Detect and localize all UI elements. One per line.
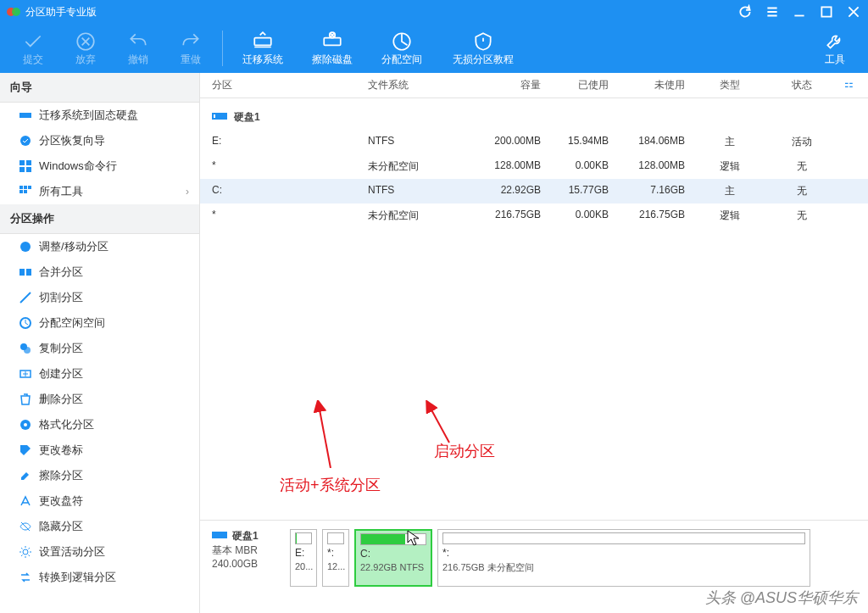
app-logo-icon bbox=[7, 5, 20, 19]
sidebar-item-letter[interactable]: 更改盘符 bbox=[0, 488, 199, 514]
partition-table-header: 分区 文件系统 容量 已使用 未使用 类型 状态 ⚏ bbox=[200, 73, 868, 98]
svg-line-33 bbox=[429, 405, 449, 443]
sidebar-item-all-tools[interactable]: 所有工具› bbox=[0, 179, 199, 204]
delete-icon bbox=[19, 393, 32, 406]
sidebar-item-split[interactable]: 切割分区 bbox=[0, 285, 199, 310]
svg-rect-17 bbox=[19, 190, 23, 193]
tutorial-button[interactable]: 无损分区教程 bbox=[437, 24, 530, 73]
recover-icon bbox=[19, 134, 32, 148]
format-icon bbox=[19, 418, 32, 432]
svg-rect-13 bbox=[26, 167, 31, 172]
split-icon bbox=[19, 291, 32, 304]
minimize-icon[interactable] bbox=[792, 4, 807, 20]
convert-icon bbox=[19, 571, 32, 584]
disk-map-partition[interactable]: *:12... bbox=[322, 529, 349, 587]
table-row[interactable]: C:NTFS22.92GB15.77GB7.16GB主无 bbox=[200, 179, 868, 203]
col-capacity: 容量 bbox=[463, 78, 548, 92]
disk-row[interactable]: 硬盘1 bbox=[200, 105, 868, 130]
sidebar-item-delete[interactable]: 删除分区 bbox=[0, 387, 199, 412]
sidebar-item-alloc-free[interactable]: 分配空闲空间 bbox=[0, 310, 199, 336]
disk-map-partition[interactable]: C:22.92GB NTFS bbox=[354, 529, 432, 587]
svg-point-27 bbox=[24, 423, 27, 426]
table-row[interactable]: E:NTFS200.00MB15.94MB184.06MB主活动 bbox=[200, 130, 868, 154]
allocate-space-button[interactable]: 分配空间 bbox=[367, 24, 437, 73]
grid-icon bbox=[19, 185, 32, 198]
svg-rect-11 bbox=[26, 160, 31, 165]
disk-icon bbox=[19, 109, 32, 122]
undo-button[interactable]: 撤销 bbox=[112, 24, 164, 73]
sidebar-item-copy[interactable]: 复制分区 bbox=[0, 336, 199, 361]
svg-rect-8 bbox=[19, 113, 31, 118]
svg-rect-5 bbox=[324, 37, 341, 45]
table-row[interactable]: *未分配空间128.00MB0.00KB128.00MB逻辑无 bbox=[200, 154, 868, 179]
col-filesystem: 文件系统 bbox=[361, 78, 463, 92]
letter-icon bbox=[19, 494, 32, 508]
sidebar-item-cmdline[interactable]: Windows命令行 bbox=[0, 153, 199, 179]
hide-icon bbox=[19, 520, 32, 533]
partition-table-body: 硬盘1 E:NTFS200.00MB15.94MB184.06MB主活动*未分配… bbox=[200, 98, 868, 520]
sidebar-item-to-logical[interactable]: 转换到逻辑分区 bbox=[0, 565, 199, 590]
ops-section: 分区操作 bbox=[0, 204, 199, 234]
sidebar-item-wipe[interactable]: 擦除分区 bbox=[0, 463, 199, 488]
disk-icon bbox=[212, 110, 227, 125]
sidebar-item-set-active[interactable]: 设置活动分区 bbox=[0, 539, 199, 565]
svg-rect-20 bbox=[19, 269, 25, 276]
windows-icon bbox=[19, 159, 32, 173]
svg-rect-16 bbox=[28, 186, 31, 189]
svg-point-9 bbox=[20, 136, 31, 146]
annotation-boot: 启动分区 bbox=[434, 441, 495, 461]
discard-button[interactable]: 放弃 bbox=[59, 24, 112, 73]
create-icon bbox=[19, 367, 32, 381]
app-title: 分区助手专业版 bbox=[25, 5, 737, 20]
svg-point-24 bbox=[24, 347, 31, 354]
sidebar-item-merge[interactable]: 合并分区 bbox=[0, 259, 199, 285]
tools-button[interactable]: 工具 bbox=[809, 24, 861, 73]
gear-icon bbox=[19, 545, 32, 559]
clock-icon bbox=[19, 316, 32, 330]
redo-button[interactable]: 重做 bbox=[164, 24, 217, 73]
sidebar-item-create[interactable]: 创建分区 bbox=[0, 361, 199, 387]
disk-map-partition[interactable]: E:20... bbox=[290, 529, 317, 587]
svg-point-19 bbox=[20, 242, 31, 252]
svg-rect-14 bbox=[19, 186, 23, 189]
menu-icon[interactable] bbox=[765, 4, 780, 20]
migrate-system-button[interactable]: 迁移系统 bbox=[228, 24, 298, 73]
svg-rect-31 bbox=[212, 532, 227, 538]
svg-rect-30 bbox=[214, 114, 215, 118]
svg-rect-10 bbox=[19, 160, 25, 165]
wipe-disk-button[interactable]: 擦除磁盘 bbox=[298, 24, 367, 73]
svg-rect-21 bbox=[26, 269, 31, 276]
svg-rect-12 bbox=[19, 167, 25, 172]
sidebar-item-label[interactable]: 更改卷标 bbox=[0, 437, 199, 463]
refresh-icon[interactable] bbox=[737, 4, 753, 20]
svg-rect-2 bbox=[821, 7, 831, 16]
view-options-icon[interactable]: ⚏ bbox=[836, 78, 861, 92]
sidebar-item-migrate-ssd[interactable]: 迁移系统到固态硬盘 bbox=[0, 103, 199, 128]
commit-button[interactable]: 提交 bbox=[7, 24, 59, 73]
annotation-active-system: 活动+系统分区 bbox=[280, 475, 381, 495]
label-icon bbox=[19, 443, 32, 457]
svg-point-1 bbox=[12, 8, 20, 16]
wipe-icon bbox=[19, 469, 32, 482]
svg-rect-15 bbox=[24, 186, 27, 189]
col-type: 类型 bbox=[692, 78, 768, 92]
disk-map-partition[interactable]: *:216.75GB 未分配空间 bbox=[437, 529, 810, 587]
close-icon[interactable] bbox=[846, 4, 861, 20]
col-status: 状态 bbox=[768, 78, 836, 92]
col-used: 已使用 bbox=[548, 78, 615, 92]
sidebar-item-recover[interactable]: 分区恢复向导 bbox=[0, 128, 199, 153]
table-row[interactable]: *未分配空间216.75GB0.00KB216.75GB逻辑无 bbox=[200, 203, 868, 228]
disk-icon bbox=[212, 529, 227, 543]
maximize-icon[interactable] bbox=[819, 4, 834, 20]
watermark: 头条 @ASUS华硕华东 bbox=[705, 588, 858, 608]
wizard-section: 向导 bbox=[0, 73, 199, 103]
sidebar-item-format[interactable]: 格式化分区 bbox=[0, 412, 199, 437]
svg-point-28 bbox=[23, 549, 28, 554]
svg-rect-18 bbox=[24, 190, 27, 193]
svg-rect-4 bbox=[254, 37, 271, 45]
copy-icon bbox=[19, 342, 32, 355]
sidebar-item-resize[interactable]: 调整/移动分区 bbox=[0, 234, 199, 259]
svg-line-32 bbox=[319, 405, 331, 468]
sidebar-item-hide[interactable]: 隐藏分区 bbox=[0, 514, 199, 539]
chevron-right-icon: › bbox=[186, 186, 189, 198]
